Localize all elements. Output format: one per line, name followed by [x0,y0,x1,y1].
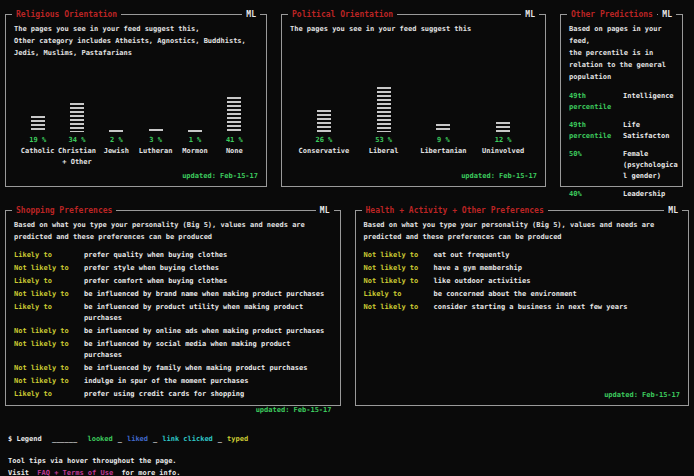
bottom-panel-row: Shopping Preferences ML Based on what yo… [5,210,689,406]
prediction-value: 40% [569,189,623,200]
ml-badge[interactable]: ML [521,9,539,20]
political-bar-chart: 26 %Conservative53 %Liberal9 %Libertania… [290,35,537,168]
preference-row: Not likely tobe influenced by family whe… [14,363,332,374]
preference-row: Not likely tohave a gym membership [364,263,681,274]
preference-row: Not likely toindulge in spur of the mome… [14,376,332,387]
bar-category-label: Lutheran [136,146,175,168]
bar[interactable] [188,130,202,132]
preference-row: Likely tobe influenced by product utilit… [14,302,332,324]
likelihood-label: Not likely to [364,302,434,313]
ml-badge[interactable]: ML [242,9,260,20]
likelihood-label: Not likely to [14,363,84,374]
panel-title: Other Predictions [567,9,657,20]
bar-column-libertanian[interactable]: 9 %Libertanian [414,124,474,168]
bar[interactable] [31,116,45,132]
preference-row: Not likely tolike outdoor activities [364,276,681,287]
bar-column-mormon[interactable]: 1 %Mormon [175,130,214,168]
bar-column-conservative[interactable]: 26 %Conservative [294,110,354,168]
bar-category-label: Mormon [175,146,214,168]
prediction-row: 50%Female (psychologica l gender) [569,149,674,182]
panel-description: The pages you see in your feed suggest t… [290,23,537,35]
bar[interactable] [436,124,450,132]
likelihood-label: Not likely to [364,250,434,261]
panel-religious-orientation: Religious Orientation ML The pages you s… [5,14,267,187]
preference-row: Likely toprefer using credit cards for s… [14,389,332,400]
likelihood-label: Likely to [364,289,434,300]
bar-column-jewish[interactable]: 2 %Jewish [97,130,136,168]
bar-category-label: Catholic [18,146,57,168]
panel-description: Based on what you type your personality … [14,219,332,243]
bar[interactable] [227,97,241,132]
prediction-list: 49th percentileIntelligence49th percenti… [569,91,674,207]
panel-other-predictions: Other Predictions ML Based on pages in y… [560,14,683,187]
panel-title: Health + Activity + Other Preferences [362,205,548,216]
preference-text: prefer comfort when buying clothes [84,276,227,287]
ml-badge[interactable]: ML [664,205,682,216]
likelihood-label: Not likely to [14,326,84,337]
prediction-label: Intelligence [623,91,674,113]
bar-value: 19 % [29,135,46,146]
preference-text: be influenced by social media when makin… [84,339,332,361]
bar-column-christian-other[interactable]: 34 %Christian + Other [57,103,96,168]
likelihood-label: Not likely to [14,263,84,274]
updated-timestamp: updated: Feb-15-17 [14,168,258,182]
preference-text: have a gym membership [434,263,523,274]
bar-column-liberal[interactable]: 53 %Liberal [354,87,414,168]
bar-column-uninvolved[interactable]: 12 %Uninvolved [473,122,533,168]
panel-shopping-preferences: Shopping Preferences ML Based on what yo… [5,210,341,406]
legend-items: looked_liked_link clicked_typed [87,435,248,443]
prediction-value: 49th percentile [569,91,623,113]
preference-text: be concerned about the environment [434,289,577,300]
prediction-label: Life Satisfacton [623,120,669,142]
preference-row: Likely tobe concerned about the environm… [364,289,681,300]
legend-prompt: $ Legend [8,435,42,443]
bar-category-label: Jewish [97,146,136,168]
prediction-row: 49th percentileIntelligence [569,91,674,113]
legend-item-typed: typed [227,435,248,443]
religious-bar-chart: 19 %Catholic34 %Christian + Other2 %Jewi… [14,59,258,168]
bar[interactable] [70,103,84,132]
preference-text: prefer style when buying clothes [84,263,219,274]
preference-text: be influenced by brand name when making … [84,289,324,300]
preference-list: Likely toprefer quality when buying clot… [14,250,332,402]
preference-list: Not likely toeat out frequentlyNot likel… [364,250,681,315]
updated-timestamp: updated: Feb-15-17 [364,387,681,401]
likelihood-label: Not likely to [364,263,434,274]
ml-badge[interactable]: ML [316,205,334,216]
data-selfie-dashboard: { "colors": { "panel_title_red": "#bb242… [0,0,694,476]
faq-terms-link[interactable]: FAQ + Terms of Use [37,469,113,476]
preference-text: be influenced by family when making prod… [84,363,307,374]
panel-title: Religious Orientation [12,9,121,20]
likelihood-label: Likely to [14,250,84,261]
bar-value: 2 % [110,135,123,146]
likelihood-label: Likely to [14,389,84,400]
bar[interactable] [149,129,163,132]
bar-column-lutheran[interactable]: 3 %Lutheran [136,129,175,168]
legend-item-liked: liked [127,435,148,443]
preference-row: Not likely tobe influenced by online ads… [14,326,332,337]
likelihood-label: Not likely to [364,276,434,287]
tooltip-note: Tool tips via hover throughout the page. [8,455,694,467]
visit-suffix: for more info. [121,469,180,476]
bar-value: 1 % [189,135,202,146]
prediction-row: 49th percentileLife Satisfacton [569,120,674,142]
bar[interactable] [109,130,123,132]
bar-value: 41 % [226,135,243,146]
preference-text: prefer using credit cards for shopping [84,389,244,400]
likelihood-label: Not likely to [14,289,84,300]
preference-row: Not likely toconsider starting a busines… [364,302,681,313]
bar[interactable] [496,122,510,132]
preference-text: prefer quality when buying clothes [84,250,227,261]
bar-category-label: Conservative [294,146,354,168]
legend-bar: $ Legend ______ looked_liked_link clicke… [8,433,694,445]
ml-badge[interactable]: ML [658,9,676,20]
bar-column-none[interactable]: 41 %None [215,97,254,168]
bar-column-catholic[interactable]: 19 %Catholic [18,116,57,168]
bar[interactable] [377,87,391,132]
legend-leader: ______ [52,435,77,443]
panel-description: Based on what you type your personality … [364,219,681,243]
preference-text: eat out frequently [434,250,510,261]
bar[interactable] [317,110,331,132]
bar-category-label: Liberal [354,146,414,168]
preference-text: like outdoor activities [434,276,531,287]
